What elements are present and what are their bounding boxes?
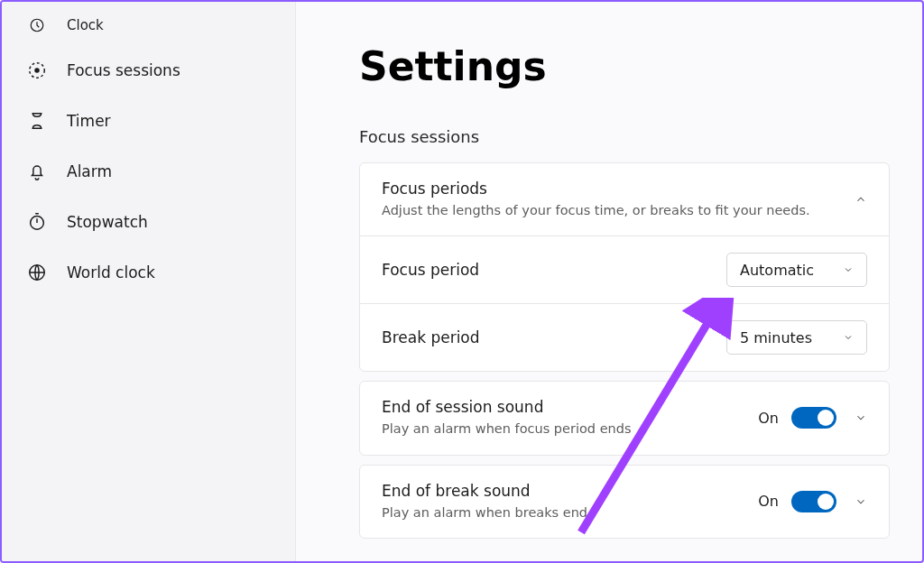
row-title: Break period [382,328,708,346]
row-title: Focus periods [382,180,836,198]
svg-point-2 [34,68,40,73]
sidebar-item-world-clock[interactable]: World clock [2,247,295,298]
sidebar-item-label: Timer [67,112,111,130]
hourglass-icon [27,111,47,131]
app-name: Clock [67,17,104,33]
stopwatch-icon [27,212,47,232]
sidebar-item-label: Focus sessions [67,61,180,79]
sidebar-item-alarm[interactable]: Alarm [2,146,295,197]
focus-period-dropdown[interactable]: Automatic [726,253,867,287]
sidebar-item-app-title: Clock [2,5,295,45]
page-title: Settings [359,43,890,89]
sidebar-item-label: Alarm [67,162,112,180]
chevron-up-icon [855,193,867,206]
sidebar-item-stopwatch[interactable]: Stopwatch [2,197,295,247]
row-desc: Play an alarm when breaks end [382,503,740,521]
break-period-row: Break period 5 minutes [360,303,889,371]
sidebar-item-label: World clock [67,263,155,282]
sidebar: Clock Focus sessions Timer Alarm Stopwat… [2,2,296,561]
row-title: End of break sound [382,482,740,500]
break-sound-card: End of break sound Play an alarm when br… [359,465,890,539]
break-sound-row[interactable]: End of break sound Play an alarm when br… [360,466,889,538]
break-period-dropdown[interactable]: 5 minutes [726,320,867,355]
row-desc: Adjust the lengths of your focus time, o… [382,201,836,219]
sidebar-item-focus-sessions[interactable]: Focus sessions [2,45,295,96]
row-title: Focus period [382,261,708,279]
session-sound-row[interactable]: End of session sound Play an alarm when … [360,382,889,454]
toggle-state: On [758,493,779,510]
focus-period-row: Focus period Automatic [360,235,889,303]
session-sound-card: End of session sound Play an alarm when … [359,381,890,455]
clock-icon [27,15,47,35]
chevron-down-icon [843,264,854,275]
globe-icon [27,263,47,282]
focus-periods-header[interactable]: Focus periods Adjust the lengths of your… [360,163,889,235]
sidebar-item-label: Stopwatch [67,213,148,231]
main-content: Settings Focus sessions Focus periods Ad… [296,2,922,561]
section-title: Focus sessions [359,127,890,146]
dropdown-value: 5 minutes [740,329,812,346]
toggle-state: On [758,410,779,427]
focus-icon [27,60,47,80]
chevron-down-icon [843,332,854,343]
bell-icon [27,162,47,181]
dropdown-value: Automatic [740,262,814,279]
session-sound-toggle[interactable] [791,407,836,429]
row-desc: Play an alarm when focus period ends [382,420,740,438]
chevron-down-icon [855,495,867,508]
break-sound-toggle[interactable] [791,491,836,512]
row-title: End of session sound [382,398,740,416]
chevron-down-icon [855,411,867,424]
focus-periods-card: Focus periods Adjust the lengths of your… [359,162,890,372]
sidebar-item-timer[interactable]: Timer [2,96,295,146]
